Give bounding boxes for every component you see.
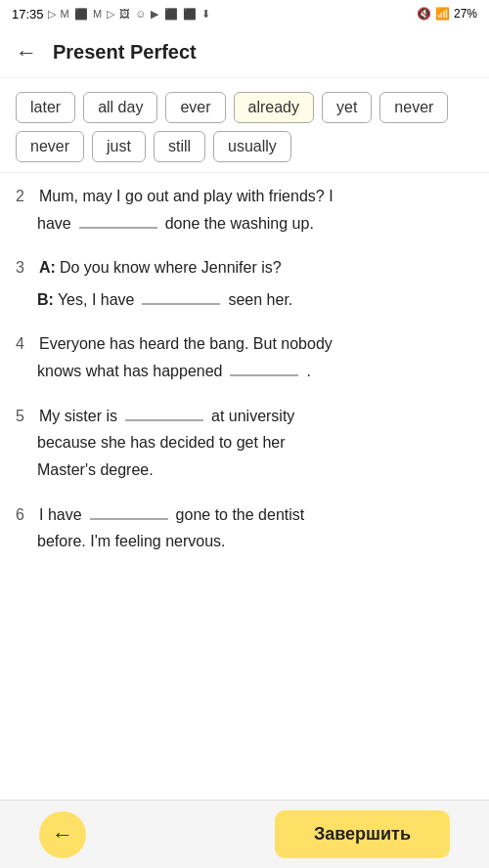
ex6-text3: before. I'm feeling nervous.: [37, 528, 226, 554]
battery-text: 27%: [454, 7, 477, 21]
ex3-label-b: B:: [37, 286, 54, 313]
chip-ever[interactable]: ever: [165, 92, 225, 123]
chip-already[interactable]: already: [234, 92, 314, 123]
ex-num-2: 2: [16, 183, 31, 209]
header: ← Present Perfect: [0, 27, 489, 78]
chip-never-1[interactable]: never: [379, 92, 448, 123]
bottom-back-button[interactable]: ←: [39, 811, 86, 858]
ex5-text2: at university: [211, 403, 294, 429]
ex6-blank[interactable]: [90, 500, 168, 520]
ex6-text2: gone to the dentist: [176, 501, 305, 528]
ex5-text1: My sister is: [39, 403, 117, 429]
ex3-label-a: A:: [39, 254, 56, 281]
complete-button[interactable]: Завершить: [275, 810, 450, 858]
ex4-text1: Everyone has heard the bang. But nobody: [39, 330, 333, 357]
ex-num-5: 5: [16, 403, 31, 429]
ex3-text-b: seen her.: [228, 286, 292, 313]
ex3-yes-i-have: Yes, I have: [58, 286, 135, 313]
exercise-5-line1: 5 My sister is at university: [16, 402, 473, 429]
exercise-6-line2: before. I'm feeling nervous.: [16, 528, 473, 554]
chip-later[interactable]: later: [16, 92, 75, 123]
page-title: Present Perfect: [53, 41, 197, 64]
header-back-button[interactable]: ←: [16, 40, 37, 65]
chip-usually[interactable]: usually: [213, 131, 291, 162]
status-time: 17:35: [12, 7, 44, 22]
exercise-2-line1: 2 Mum, may I go out and play with friend…: [16, 183, 473, 209]
ex3-text-a: Do you know where Jennifer is?: [60, 254, 282, 281]
exercise-5-line3: Master's degree.: [16, 456, 473, 483]
ex2-text2: done the washing up.: [165, 210, 314, 237]
chip-all-day[interactable]: all day: [83, 92, 157, 123]
exercises-area: 2 Mum, may I go out and play with friend…: [0, 173, 489, 787]
ex3-blank[interactable]: [142, 285, 220, 305]
status-right: 🔇 📶 27%: [417, 7, 477, 21]
ex2-blank[interactable]: [79, 209, 157, 229]
chip-never-2[interactable]: never: [16, 131, 84, 162]
exercise-3-lineB: B: Yes, I have seen her.: [16, 285, 473, 313]
exercise-6: 6 I have gone to the dentist before. I'm…: [16, 500, 473, 554]
ex-num-6: 6: [16, 501, 31, 528]
exercise-4: 4 Everyone has heard the bang. But nobod…: [16, 330, 473, 384]
ex5-blank[interactable]: [125, 402, 203, 421]
ex2-have: have: [37, 210, 71, 237]
chip-just[interactable]: just: [92, 131, 146, 162]
ex5-text3: because she has decided to get her: [37, 429, 286, 456]
ex-num-3: 3: [16, 254, 31, 281]
chips-area: later all day ever already yet never nev…: [0, 78, 489, 173]
exercise-2-line2: have done the washing up.: [16, 209, 473, 237]
ex2-text1: Mum, may I go out and play with friends?…: [39, 183, 333, 209]
status-bar: 17:35 ▷ M ⬛ M ▷ 🖼 ☺ ▶ ⬛ ⬛ ⬇ 🔇 📶 27%: [0, 0, 489, 27]
exercise-3: 3 A: Do you know where Jennifer is? B: Y…: [16, 254, 473, 312]
ex-num-4: 4: [16, 330, 31, 357]
exercise-5-line2: because she has decided to get her: [16, 429, 473, 456]
bottom-bar: ← Завершить: [0, 800, 489, 868]
chip-still[interactable]: still: [154, 131, 205, 162]
exercise-3-lineA: 3 A: Do you know where Jennifer is?: [16, 254, 473, 281]
ex4-period: .: [306, 358, 310, 384]
exercise-4-line1: 4 Everyone has heard the bang. But nobod…: [16, 330, 473, 357]
wifi-icon: 📶: [435, 7, 450, 21]
exercise-2: 2 Mum, may I go out and play with friend…: [16, 183, 473, 237]
ex6-text1: I have: [39, 501, 82, 528]
ex4-blank[interactable]: [230, 357, 298, 376]
exercise-4-line2: knows what has happened .: [16, 357, 473, 384]
status-left: 17:35 ▷ M ⬛ M ▷ 🖼 ☺ ▶ ⬛ ⬛ ⬇: [12, 7, 211, 22]
ex5-text4: Master's degree.: [37, 456, 154, 483]
mute-icon: 🔇: [417, 7, 431, 21]
exercise-6-line1: 6 I have gone to the dentist: [16, 500, 473, 528]
exercise-5: 5 My sister is at university because she…: [16, 402, 473, 483]
notification-icons: ▷ M ⬛ M ▷ 🖼 ☺ ▶ ⬛ ⬛ ⬇: [48, 8, 211, 21]
chip-yet[interactable]: yet: [322, 92, 372, 123]
ex4-text2: knows what has happened: [37, 358, 222, 384]
